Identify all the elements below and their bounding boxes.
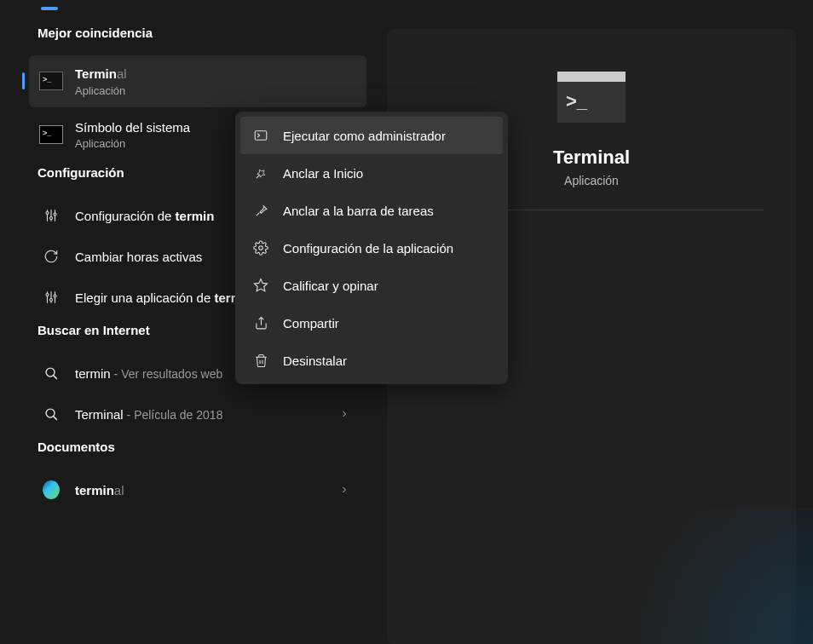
svg-marker-20 bbox=[255, 279, 268, 291]
terminal-icon bbox=[39, 69, 63, 93]
doc-label: terminal bbox=[75, 483, 339, 497]
ctx-uninstall[interactable]: Desinstalar bbox=[240, 342, 503, 379]
search-icon bbox=[43, 365, 60, 382]
svg-line-15 bbox=[53, 416, 56, 419]
svg-line-13 bbox=[53, 375, 56, 378]
result-terminal[interactable]: Terminal Aplicación bbox=[29, 55, 366, 107]
search-icon bbox=[43, 405, 60, 423]
svg-point-12 bbox=[46, 368, 55, 377]
star-icon bbox=[252, 277, 269, 294]
pin-icon bbox=[252, 164, 269, 181]
chevron-right-icon bbox=[339, 484, 349, 496]
section-header-documents: Documentos bbox=[29, 440, 377, 454]
refresh-icon bbox=[43, 248, 60, 265]
svg-rect-16 bbox=[255, 131, 267, 141]
result-subtitle: Aplicación bbox=[75, 84, 356, 97]
ctx-run-as-admin[interactable]: Ejecutar como administrador bbox=[240, 117, 503, 154]
chevron-right-icon bbox=[339, 408, 349, 420]
ctx-label: Calificar y opinar bbox=[283, 279, 378, 293]
ctx-app-settings[interactable]: Configuración de la aplicación bbox=[240, 229, 503, 267]
ctx-label: Configuración de la aplicación bbox=[283, 241, 453, 256]
svg-line-18 bbox=[256, 212, 259, 216]
svg-point-19 bbox=[259, 246, 263, 250]
svg-point-3 bbox=[46, 212, 49, 215]
svg-point-4 bbox=[50, 217, 53, 220]
admin-shield-icon bbox=[252, 127, 269, 144]
ctx-pin-taskbar[interactable]: Anclar a la barra de tareas bbox=[240, 192, 503, 229]
pin-icon bbox=[252, 202, 269, 219]
document-result-terminal[interactable]: terminal bbox=[29, 469, 366, 510]
context-menu: Ejecutar como administrador Anclar a Ini… bbox=[235, 112, 508, 384]
svg-point-9 bbox=[46, 294, 49, 296]
settings-sliders-icon bbox=[43, 207, 60, 224]
web-label: Terminal - Película de 2018 bbox=[75, 407, 339, 422]
app-icon-large: >_ bbox=[557, 72, 626, 123]
ctx-label: Anclar a la barra de tareas bbox=[283, 204, 434, 218]
svg-line-17 bbox=[256, 175, 259, 178]
accent-indicator bbox=[41, 7, 58, 10]
section-header-best-match: Mejor coincidencia bbox=[29, 26, 377, 40]
svg-point-14 bbox=[46, 409, 55, 417]
ctx-label: Desinstalar bbox=[283, 354, 347, 368]
settings-sliders-icon bbox=[43, 289, 60, 306]
svg-point-11 bbox=[54, 295, 56, 297]
ctx-label: Ejecutar como administrador bbox=[283, 129, 446, 143]
cmd-icon bbox=[39, 123, 63, 147]
trash-icon bbox=[252, 352, 269, 369]
ctx-label: Anclar a Inicio bbox=[283, 166, 363, 181]
web-result-terminal-movie[interactable]: Terminal - Película de 2018 bbox=[29, 394, 366, 434]
ctx-pin-start[interactable]: Anclar a Inicio bbox=[240, 154, 503, 192]
edge-icon bbox=[43, 481, 60, 498]
result-title: Terminal bbox=[75, 66, 356, 83]
ctx-rate-review[interactable]: Calificar y opinar bbox=[240, 267, 503, 304]
share-icon bbox=[252, 314, 269, 331]
svg-point-10 bbox=[50, 299, 53, 302]
ctx-label: Compartir bbox=[283, 316, 339, 331]
ctx-share[interactable]: Compartir bbox=[240, 304, 503, 342]
svg-point-5 bbox=[54, 213, 56, 216]
gear-icon bbox=[252, 239, 269, 256]
